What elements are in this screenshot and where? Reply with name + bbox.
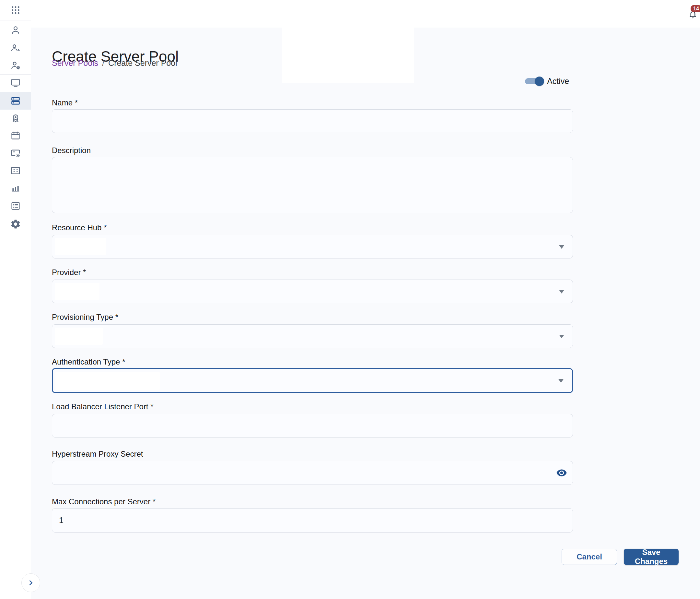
sidebar <box>0 0 31 599</box>
redacted-value <box>55 328 103 345</box>
bar-chart-icon <box>10 183 21 194</box>
monitor-icon <box>10 77 21 89</box>
breadcrumb-separator: / <box>102 58 104 68</box>
eye-icon <box>556 467 567 478</box>
sidebar-item-server-pools[interactable] <box>0 92 31 110</box>
provisioning-type-label: Provisioning Type * <box>52 313 118 322</box>
provisioning-type-select[interactable] <box>52 324 573 348</box>
sidebar-item-reports[interactable] <box>0 179 31 197</box>
show-password-button[interactable] <box>556 467 567 478</box>
notification-badge: 14 <box>691 5 700 12</box>
chevron-right-icon <box>27 579 35 587</box>
name-input[interactable] <box>52 109 573 133</box>
sidebar-item-certificates[interactable] <box>0 109 31 127</box>
sidebar-item-user[interactable] <box>0 21 31 39</box>
redacted-area <box>282 28 414 83</box>
sidebar-item-users[interactable] <box>0 39 31 56</box>
sidebar-item-schedule[interactable] <box>0 126 31 144</box>
chevron-down-icon <box>558 379 564 383</box>
sidebar-item-applications[interactable] <box>0 162 31 179</box>
toggle-thumb <box>535 76 544 86</box>
resource-hub-label: Resource Hub * <box>52 223 107 232</box>
breadcrumb-link-server-pools[interactable]: Server Pools <box>52 58 98 68</box>
sidebar-item-resource-links[interactable] <box>0 144 31 162</box>
max-connections-label: Max Connections per Server * <box>52 497 155 506</box>
cancel-button[interactable]: Cancel <box>561 549 617 565</box>
name-label: Name * <box>52 98 78 107</box>
chevron-down-icon <box>559 335 564 338</box>
redacted-value <box>55 238 106 255</box>
sidebar-divider <box>0 20 31 20</box>
people-icon <box>10 42 21 53</box>
hyperstream-proxy-secret-input[interactable] <box>52 461 573 485</box>
sidebar-item-user-settings[interactable] <box>0 56 31 74</box>
redacted-value <box>55 372 160 390</box>
sidebar-item-logs[interactable] <box>0 197 31 215</box>
person-gear-icon <box>10 60 21 71</box>
server-pools-icon <box>10 95 21 106</box>
sidebar-item-settings[interactable] <box>0 215 31 233</box>
gear-icon <box>10 219 21 230</box>
card-grid-icon <box>10 165 21 176</box>
person-icon <box>10 25 21 36</box>
badge-icon <box>10 113 21 124</box>
breadcrumb-current: Create Server Pool <box>108 58 177 68</box>
calendar-icon <box>10 130 21 141</box>
provider-select[interactable] <box>52 280 573 303</box>
chevron-down-icon <box>559 290 564 293</box>
max-connections-input[interactable] <box>52 508 573 532</box>
active-toggle[interactable]: Active <box>525 76 569 86</box>
sidebar-item-workstations[interactable] <box>0 74 31 92</box>
list-icon <box>10 200 21 212</box>
toggle-label: Active <box>547 76 569 86</box>
redacted-value <box>55 283 99 300</box>
sidebar-expand-button[interactable] <box>21 573 40 592</box>
load-balancer-port-input[interactable] <box>52 414 573 437</box>
toggle-track <box>525 78 542 84</box>
load-balancer-port-label: Load Balancer Listener Port * <box>52 402 154 411</box>
authentication-type-label: Authentication Type * <box>52 357 125 366</box>
resource-hub-select[interactable] <box>52 235 573 259</box>
authentication-type-select[interactable] <box>52 368 573 393</box>
hyperstream-proxy-secret-label: Hyperstream Proxy Secret <box>52 450 143 459</box>
description-label: Description <box>52 146 91 155</box>
description-textarea[interactable] <box>52 157 573 213</box>
save-changes-button[interactable]: Save Changes <box>624 549 679 565</box>
chevron-down-icon <box>559 245 564 249</box>
apps-grid-icon <box>10 4 21 16</box>
card-link-icon <box>10 148 21 159</box>
topbar: 14 <box>31 0 700 28</box>
app-launcher-button[interactable] <box>0 1 31 19</box>
provider-label: Provider * <box>52 268 86 277</box>
breadcrumb: Server Pools/Create Server Pool <box>52 58 177 68</box>
